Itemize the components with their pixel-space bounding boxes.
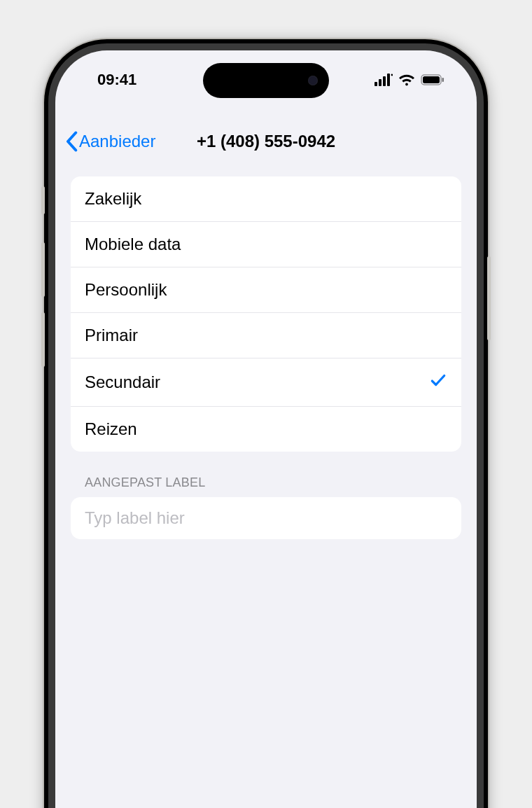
- silence-switch: [41, 186, 45, 214]
- custom-label-input-wrap: [71, 497, 461, 539]
- label-option-mobiele-data[interactable]: Mobiele data: [71, 222, 461, 267]
- check-icon: [429, 371, 447, 393]
- svg-point-4: [391, 74, 393, 76]
- battery-icon: [421, 74, 444, 85]
- svg-rect-1: [379, 79, 382, 86]
- svg-rect-7: [442, 78, 444, 82]
- phone-frame: 09:41: [44, 39, 488, 808]
- custom-label-input[interactable]: [85, 508, 447, 528]
- label-option-persoonlijk[interactable]: Persoonlijk: [71, 267, 461, 313]
- custom-label-header: AANGEPAST LABEL: [71, 452, 461, 497]
- label-text: Persoonlijk: [85, 280, 167, 300]
- label-list: Zakelijk Mobiele data Persoonlijk Primai…: [71, 176, 461, 452]
- svg-rect-0: [374, 82, 377, 86]
- label-text: Primair: [85, 326, 138, 345]
- screen: 09:41: [55, 50, 477, 808]
- svg-rect-2: [383, 76, 386, 86]
- label-text: Secundair: [85, 372, 160, 392]
- volume-up-button: [41, 242, 45, 297]
- wifi-icon: [398, 74, 415, 86]
- label-option-secundair[interactable]: Secundair: [71, 358, 461, 407]
- label-option-reizen[interactable]: Reizen: [71, 407, 461, 452]
- svg-rect-3: [387, 74, 390, 86]
- chevron-left-icon: [65, 131, 78, 152]
- svg-rect-6: [423, 76, 440, 83]
- cellular-icon: [374, 74, 393, 86]
- label-option-primair[interactable]: Primair: [71, 313, 461, 358]
- nav-bar: Aanbieder +1 (408) 555-0942: [55, 120, 477, 162]
- volume-down-button: [41, 312, 45, 367]
- label-text: Reizen: [85, 419, 137, 439]
- content: Zakelijk Mobiele data Persoonlijk Primai…: [55, 176, 477, 808]
- status-time: 09:41: [97, 71, 136, 89]
- label-text: Mobiele data: [85, 235, 181, 254]
- label-option-zakelijk[interactable]: Zakelijk: [71, 176, 461, 222]
- back-button[interactable]: Aanbieder: [65, 131, 155, 152]
- back-label: Aanbieder: [79, 132, 155, 151]
- power-button: [487, 256, 491, 340]
- label-text: Zakelijk: [85, 189, 141, 209]
- status-bar: 09:41: [55, 50, 477, 99]
- status-indicators: [374, 74, 444, 86]
- nav-title: +1 (408) 555-0942: [197, 132, 335, 151]
